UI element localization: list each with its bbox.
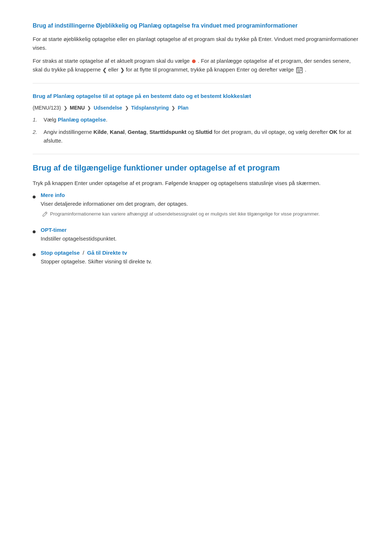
step-1-term: Planlæg optagelse <box>58 116 106 123</box>
stop-optagelse-label: Stop optagelse <box>41 250 80 256</box>
breadcrumb-arrow-4: ❯ <box>171 105 177 111</box>
section1-para2: For straks at starte optagelse af et akt… <box>33 57 359 74</box>
note-block-1: Programinformationerne kan variere afhæn… <box>42 210 359 218</box>
features-list: Mere info Viser detaljerede informatione… <box>33 192 359 266</box>
bullet-dot-2 <box>33 228 41 234</box>
bullet-dot-3 <box>33 251 41 257</box>
chevron-left-icon: ❮ <box>102 66 107 74</box>
red-dot-icon <box>192 59 196 63</box>
schedule-icon <box>296 67 303 73</box>
step-1-text: Vælg Planlæg optagelse. <box>44 115 107 124</box>
section1-eller: eller <box>108 66 118 73</box>
section1-para2-end: for at flytte til programmet, trykke på … <box>126 66 294 73</box>
step-2-kilde: Kilde <box>94 129 107 135</box>
svg-rect-5 <box>299 70 300 71</box>
slash-separator: / <box>83 250 86 256</box>
bullet-content-2: OPT-timer Indstiller optagelsestidspunkt… <box>41 227 359 243</box>
breadcrumb-arrow-1: ❯ <box>64 105 69 111</box>
section3-intro: Tryk på knappen Enter under optagelse af… <box>33 179 359 188</box>
note-text-1: Programinformationerne kan variere afhæn… <box>50 210 320 218</box>
section1-para2-start: For straks at starte optagelse af et akt… <box>33 58 190 64</box>
svg-rect-1 <box>298 67 298 68</box>
bullet-title-opt-timer: OPT-timer <box>41 227 359 233</box>
step-2-text: Angiv indstillingerne Kilde, Kanal, Gent… <box>44 128 359 145</box>
svg-rect-6 <box>298 71 299 72</box>
step-1: 1. Vælg Planlæg optagelse. <box>33 115 359 124</box>
steps-list: 1. Vælg Planlæg optagelse. 2. Angiv inds… <box>33 115 359 145</box>
section3-heading: Brug af de tilgængelige funktioner under… <box>33 163 359 173</box>
section-divider-2 <box>33 154 359 154</box>
section-divider-1 <box>33 83 359 83</box>
svg-rect-2 <box>301 67 301 68</box>
list-item-opt-timer: OPT-timer Indstiller optagelsestidspunkt… <box>33 227 359 243</box>
list-item-stop-optagelse: Stop optagelse / Gå til Direkte tv Stopp… <box>33 250 359 266</box>
step-2-gentag: Gentag <box>128 129 147 135</box>
section1-para1: For at starte øjeblikkelig optagelse ell… <box>33 35 359 52</box>
list-item-mere-info: Mere info Viser detaljerede informatione… <box>33 192 359 220</box>
step-2-num: 2. <box>33 128 44 136</box>
step-2-kanal: Kanal <box>110 129 125 135</box>
bullet-title-mere-info: Mere info <box>41 192 359 198</box>
section1-heading: Brug af indstillingerne Øjeblikkelig og … <box>33 22 359 30</box>
step-1-num: 1. <box>33 115 44 124</box>
breadcrumb-prefix: (MENU/123) <box>33 105 61 111</box>
chevron-right-icon: ❯ <box>120 66 124 74</box>
breadcrumb-arrow-2: ❯ <box>87 105 93 111</box>
bullet-dot-1 <box>33 193 41 200</box>
svg-line-9 <box>45 213 46 214</box>
step-2: 2. Angiv indstillingerne Kilde, Kanal, G… <box>33 128 359 145</box>
svg-rect-4 <box>298 70 299 71</box>
step-2-ok: OK <box>329 129 338 135</box>
breadcrumb-tidsplanstyring: Tidsplanstyring <box>131 105 169 111</box>
ga-til-direkte-tv-label: Gå til Direkte tv <box>87 250 127 256</box>
bullet-desc-stop: Stopper optagelse. Skifter visning til d… <box>41 258 152 264</box>
breadcrumb-arrow-3: ❯ <box>125 105 130 111</box>
bullet-title-stop: Stop optagelse / Gå til Direkte tv <box>41 250 359 256</box>
pencil-icon-1 <box>42 211 50 218</box>
step-2-sluttid: Sluttid <box>196 129 213 135</box>
breadcrumb-udsendelse: Udsendelse <box>94 105 122 111</box>
bullet-content-1: Mere info Viser detaljerede informatione… <box>41 192 359 220</box>
svg-rect-8 <box>301 70 302 71</box>
bullet-desc-mere-info: Viser detaljerede informationer om det p… <box>41 201 188 207</box>
breadcrumb-menu: MENU <box>70 105 85 111</box>
breadcrumb-plan: Plan <box>178 105 189 111</box>
page-container: Brug af indstillingerne Øjeblikkelig og … <box>0 0 392 301</box>
breadcrumb: (MENU/123) ❯ MENU ❯ Udsendelse ❯ Tidspla… <box>33 104 359 112</box>
section1-para2-period: . <box>305 66 306 73</box>
bullet-content-3: Stop optagelse / Gå til Direkte tv Stopp… <box>41 250 359 266</box>
bullet-desc-opt-timer: Indstiller optagelsestidspunktet. <box>41 235 117 242</box>
step-2-starttidspunkt: Starttidspunkt <box>150 129 187 135</box>
section2-heading: Brug af Planlæg optagelse til at optage … <box>33 92 359 100</box>
svg-rect-7 <box>299 71 300 72</box>
